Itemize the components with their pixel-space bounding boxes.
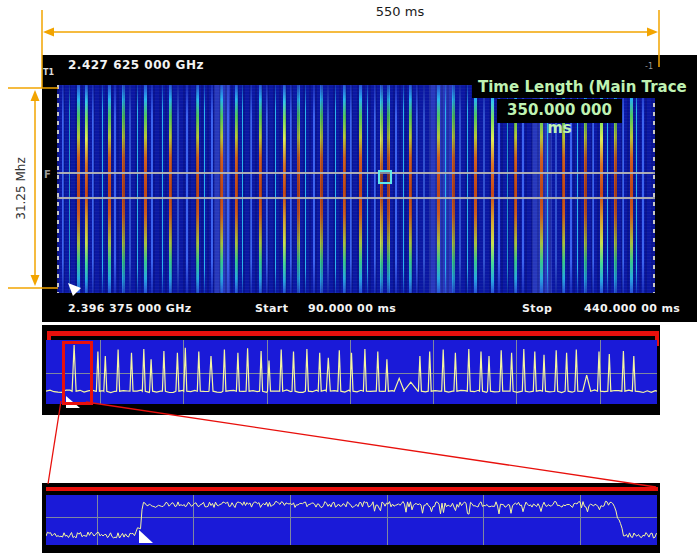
stop-value: 440.000 00 ms <box>584 302 680 315</box>
top-frequency-readout: 2.427 625 000 GHz <box>68 58 204 72</box>
arrowhead-left-icon <box>43 28 54 37</box>
overview-trace <box>46 340 657 404</box>
analysis-span-bar <box>47 331 659 336</box>
spectrogram-panel: 2.427 625 000 GHz T1 -1 F Time Length (M… <box>42 55 697 322</box>
freq-span-label: 31.25 Mhz <box>14 137 29 241</box>
zoom-region-rect[interactable] <box>62 341 93 405</box>
time-length-readout-value: 350.000 000 ms <box>497 99 622 123</box>
arrowhead-right-icon <box>647 28 658 37</box>
overview-panel <box>42 325 660 415</box>
spectrogram-gridline <box>57 197 655 199</box>
time-length-readout-title: Time Length (Main Trace <box>472 77 697 98</box>
arrowhead-up-icon <box>31 90 40 101</box>
left-dashed-border <box>57 85 59 293</box>
overview-trace-path <box>46 345 657 392</box>
marker-square[interactable] <box>378 170 392 184</box>
detail-trace-path <box>46 501 657 538</box>
detail-trace <box>46 495 657 545</box>
start-label: Start <box>255 302 288 315</box>
spectrogram-gridline <box>57 172 655 174</box>
start-value: 90.000 00 ms <box>308 302 396 315</box>
corner-mark: -1 <box>645 62 653 71</box>
time-span-label: 550 ms <box>340 4 460 19</box>
figure-root: 550 ms 31.25 Mhz 2.427 625 000 GHz T1 -1… <box>0 0 697 553</box>
detail-span-bar <box>46 487 658 491</box>
arrowhead-down-icon <box>31 275 40 286</box>
overview-plot[interactable] <box>46 340 657 404</box>
bottom-frequency-readout: 2.396 375 000 GHz <box>68 302 192 315</box>
right-dashed-border <box>653 85 655 293</box>
stop-label: Stop <box>522 302 552 315</box>
frequency-axis-label: F <box>44 169 51 180</box>
trigger-label: T1 <box>43 68 54 77</box>
detail-panel <box>42 483 660 553</box>
detail-plot[interactable] <box>46 495 657 545</box>
